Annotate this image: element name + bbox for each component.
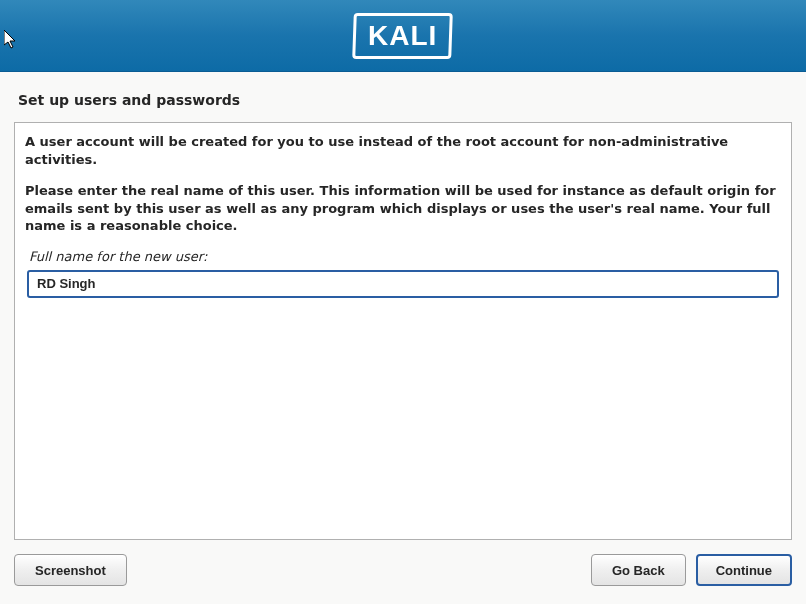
continue-button[interactable]: Continue (696, 554, 792, 586)
kali-logo-text: KALI (368, 20, 437, 52)
nav-button-group: Go Back Continue (591, 554, 792, 586)
instruction-text-2: Please enter the real name of this user.… (25, 182, 781, 235)
main-panel: A user account will be created for you t… (14, 122, 792, 540)
kali-logo: KALI (353, 13, 454, 59)
button-bar: Screenshot Go Back Continue (0, 540, 806, 586)
screenshot-button[interactable]: Screenshot (14, 554, 127, 586)
go-back-button[interactable]: Go Back (591, 554, 686, 586)
page-title: Set up users and passwords (18, 92, 788, 108)
instruction-text-1: A user account will be created for you t… (25, 133, 781, 168)
fullname-field-label: Full name for the new user: (29, 249, 781, 264)
installer-header: KALI (0, 0, 806, 72)
content-area: Set up users and passwords A user accoun… (0, 72, 806, 540)
fullname-input[interactable] (27, 270, 779, 298)
